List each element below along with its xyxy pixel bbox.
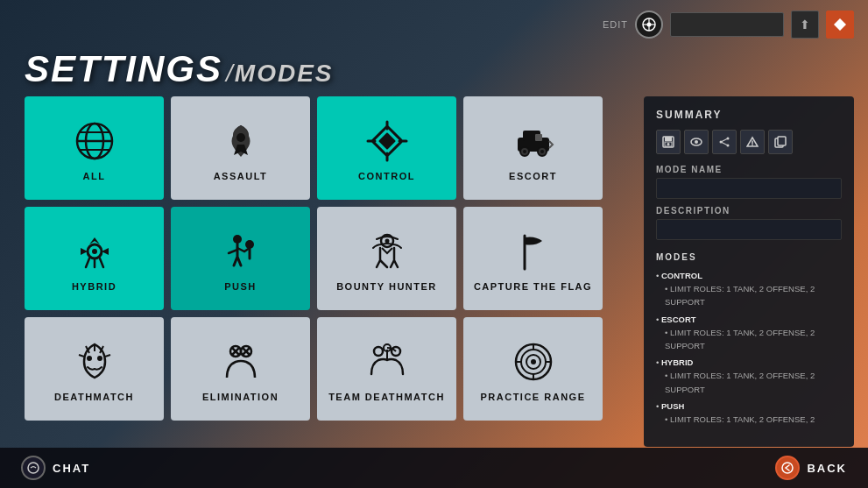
- svg-point-61: [782, 463, 793, 473]
- description-input[interactable]: [656, 219, 842, 240]
- svg-point-24: [385, 239, 389, 244]
- edit-label: EDIT: [603, 19, 628, 30]
- tile-push-label: PUSH: [224, 281, 257, 292]
- mode-name-label: MODE NAME: [656, 165, 842, 174]
- tile-tdm-label: TEAM DEATHMATCH: [328, 392, 445, 402]
- back-icon: [775, 456, 800, 480]
- svg-point-9: [236, 133, 245, 142]
- chat-icon: [21, 456, 46, 480]
- tile-hybrid[interactable]: HYBRID: [25, 207, 164, 310]
- tile-escort[interactable]: ESCORT: [463, 96, 603, 200]
- elimination-icon: [215, 336, 267, 388]
- modes-section-title: MODES: [656, 252, 842, 262]
- chat-label: CHAT: [53, 462, 90, 475]
- tile-assault[interactable]: ASSAULT: [171, 96, 310, 200]
- description-label: DESCRIPTION: [656, 206, 842, 216]
- tile-push[interactable]: PUSH: [171, 207, 310, 310]
- svg-point-50: [695, 140, 698, 144]
- svg-line-54: [721, 138, 728, 142]
- mode-escort: ESCORT: [661, 315, 696, 324]
- tile-deathmatch-label: DEATHMATCH: [54, 392, 134, 402]
- bounty-icon: [361, 225, 413, 278]
- flag-icon: [507, 225, 560, 278]
- tile-control[interactable]: CONTROL: [317, 96, 456, 200]
- warning-icon-btn[interactable]: [740, 130, 765, 154]
- tile-assault-label: ASSAULT: [214, 171, 268, 181]
- svg-point-20: [92, 249, 97, 254]
- svg-point-48: [667, 143, 670, 145]
- save-icon-btn[interactable]: [656, 130, 681, 154]
- tile-practice-label: PRACTICE RANGE: [480, 392, 585, 402]
- team-deathmatch-icon: [361, 336, 413, 388]
- mode-grid: ALL ASSAULT CONTROL: [25, 96, 603, 421]
- tile-ctf-label: CAPTURE THE FLAG: [474, 281, 592, 292]
- tile-all[interactable]: ALL: [25, 96, 164, 200]
- profile-icon-btn[interactable]: [826, 11, 854, 39]
- svg-rect-11: [378, 132, 396, 150]
- back-button[interactable]: BACK: [775, 456, 847, 480]
- eye-icon-btn[interactable]: [684, 130, 709, 154]
- push-icon: [215, 225, 267, 278]
- svg-rect-59: [778, 137, 786, 145]
- mode-control-sub: • LIMIT ROLES: 1 TANK, 2 OFFENSE, 2 SUPP…: [665, 282, 842, 308]
- tile-bounty-hunter[interactable]: BOUNTY HUNTER: [317, 207, 456, 310]
- summary-title: SUMMARY: [656, 109, 842, 121]
- tile-bounty-hunter-label: BOUNTY HUNTER: [336, 281, 437, 292]
- tile-team-deathmatch[interactable]: TEAM DEATHMATCH: [317, 317, 456, 421]
- control-icon: [361, 115, 413, 167]
- deathmatch-icon: [68, 336, 121, 388]
- share-icon-btn[interactable]: ⬆: [791, 11, 819, 39]
- copy-icon-btn[interactable]: [768, 130, 793, 154]
- svg-point-60: [28, 463, 39, 473]
- svg-rect-18: [535, 134, 542, 141]
- tile-hybrid-label: HYBRID: [72, 281, 116, 292]
- bottom-bar: CHAT BACK: [0, 448, 868, 488]
- mode-hybrid: HYBRID: [661, 357, 693, 367]
- top-bar: EDIT ⬆: [603, 11, 854, 39]
- svg-point-16: [523, 150, 526, 153]
- globe-icon: [68, 115, 121, 167]
- svg-point-26: [87, 356, 92, 361]
- mode-push: PUSH: [661, 401, 684, 411]
- tile-deathmatch[interactable]: DEATHMATCH: [25, 317, 164, 421]
- tile-capture-the-flag[interactable]: CAPTURE THE FLAG: [463, 207, 603, 310]
- page-title: SETTINGS/MODES: [25, 48, 334, 90]
- mode-hybrid-sub: • LIMIT ROLES: 1 TANK, 2 OFFENSE, 2 SUPP…: [665, 369, 842, 395]
- summary-icons-row: [656, 130, 842, 154]
- hybrid-icon: [68, 225, 121, 278]
- svg-point-34: [374, 347, 383, 356]
- mode-push-sub: • LIMIT ROLES: 1 TANK, 2 OFFENSE, 2: [665, 413, 842, 426]
- tile-elimination[interactable]: ELIMINATION: [171, 317, 310, 421]
- tile-practice-range[interactable]: PRACTICE RANGE: [463, 317, 603, 421]
- svg-point-17: [540, 150, 544, 153]
- chat-button[interactable]: CHAT: [21, 456, 90, 480]
- modes-list: • CONTROL • LIMIT ROLES: 1 TANK, 2 OFFEN…: [656, 269, 842, 426]
- svg-rect-46: [665, 137, 672, 141]
- mode-name-input[interactable]: [656, 178, 842, 199]
- practice-icon: [507, 336, 560, 388]
- svg-point-57: [752, 145, 753, 146]
- tile-escort-label: ESCORT: [509, 171, 557, 181]
- name-input[interactable]: [670, 12, 784, 37]
- back-label: BACK: [807, 462, 847, 475]
- tile-elimination-label: ELIMINATION: [202, 392, 279, 402]
- logo-icon: [635, 11, 663, 39]
- summary-panel: SUMMARY: [644, 96, 854, 447]
- share-icon-btn2[interactable]: [712, 130, 737, 154]
- mode-escort-sub: • LIMIT ROLES: 1 TANK, 2 OFFENSE, 2 SUPP…: [665, 326, 842, 352]
- svg-line-55: [721, 142, 728, 145]
- svg-point-27: [97, 356, 102, 361]
- assault-icon: [215, 115, 267, 167]
- tile-all-label: ALL: [83, 171, 106, 181]
- tile-control-label: CONTROL: [358, 171, 415, 181]
- escort-icon: [507, 115, 560, 167]
- mode-control: CONTROL: [661, 271, 702, 280]
- svg-point-40: [531, 359, 536, 364]
